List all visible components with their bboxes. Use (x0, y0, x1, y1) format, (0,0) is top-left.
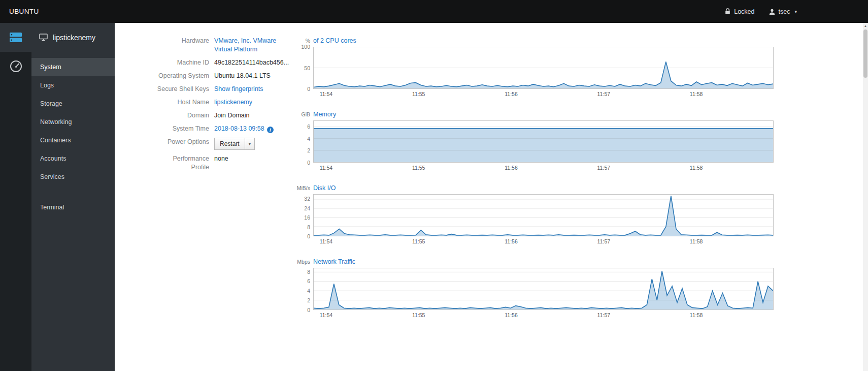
masthead-actions: Locked tsec ▾ (725, 8, 797, 15)
info-row-value-wrap: Show fingerprints (214, 85, 263, 94)
x-tick-label: 11:57 (597, 91, 611, 97)
info-row-label: Hardware (153, 37, 214, 54)
x-tick-label: 11:58 (690, 312, 703, 318)
time-info-icon[interactable]: i (267, 127, 274, 133)
chart-plot-svg (314, 47, 773, 88)
y-tick-label: 4 (307, 136, 310, 142)
sidebar-menu-spacer (31, 186, 115, 192)
power-options-button-group: Restart▾ (214, 138, 255, 150)
app-rail (0, 23, 31, 371)
chart-unit-label: GiB (296, 111, 313, 117)
sidebar-item-containers[interactable]: Containers (31, 131, 115, 149)
sidebar-item-terminal[interactable]: Terminal (31, 198, 115, 217)
x-tick-label: 11:54 (320, 312, 333, 318)
x-tick-label: 11:56 (505, 165, 518, 171)
chart-body-cpu: 050100 (296, 47, 774, 89)
x-tick-label: 11:55 (412, 238, 425, 244)
x-tick-label: 11:57 (597, 238, 611, 244)
lock-icon (725, 8, 730, 15)
server-icon (9, 32, 22, 43)
x-tick-label: 11:56 (505, 91, 518, 97)
chart-title-link-network[interactable]: Network Traffic (313, 258, 355, 266)
sidebar-item-networking[interactable]: Networking (31, 113, 115, 131)
scrollbar[interactable]: ▲ (863, 23, 868, 371)
x-tick-label: 11:54 (320, 165, 333, 171)
info-row-value-wrap: Ubuntu 18.04.1 LTS (214, 72, 271, 80)
chart-cpu: %of 2 CPU cores05010011:5411:5511:5611:5… (296, 37, 774, 98)
chart-plot-area (313, 47, 774, 89)
x-tick-label: 11:55 (412, 312, 425, 318)
info-row-label: Performance Profile (153, 154, 214, 172)
info-row-label: Secure Shell Keys (153, 85, 214, 94)
info-value-text: Join Domain (214, 112, 249, 119)
info-value-link[interactable]: VMware, Inc. VMware Virtual Platform (214, 37, 278, 54)
chart-title-link-cpu[interactable]: of 2 CPU cores (313, 37, 356, 45)
y-tick-label: 2 (307, 147, 310, 153)
chart-y-axis: 050100 (296, 47, 313, 89)
info-value-link[interactable]: Show fingerprints (214, 85, 263, 92)
sidebar-item-storage[interactable]: Storage (31, 95, 115, 113)
info-row-label: Domain (153, 111, 214, 120)
info-row-hardware: HardwareVMware, Inc. VMware Virtual Plat… (153, 37, 296, 54)
info-row-domain: DomainJoin Domain (153, 111, 296, 120)
x-tick-label: 11:58 (690, 238, 703, 244)
info-value-link[interactable]: lipstickenemy (214, 99, 252, 106)
x-tick-label: 11:58 (690, 165, 703, 171)
y-tick-label: 0 (307, 233, 310, 239)
y-tick-label: 100 (301, 44, 310, 50)
chart-head-cpu: %of 2 CPU cores (296, 37, 774, 44)
info-row-label: Power Options (153, 138, 214, 150)
chart-plot-area (313, 268, 774, 310)
chart-y-axis: 02468 (296, 268, 313, 310)
chart-unit-label: MiB/s (296, 185, 313, 191)
scroll-thumb[interactable] (863, 29, 867, 78)
info-value-text: Ubuntu 18.04.1 LTS (214, 72, 271, 79)
y-tick-label: 50 (304, 65, 310, 71)
chart-plot-area (313, 194, 774, 236)
power-options-caret-button[interactable]: ▾ (245, 138, 255, 150)
power-restart-button[interactable]: Restart (214, 138, 245, 150)
y-tick-label: 6 (307, 123, 310, 130)
y-tick-label: 0 (307, 160, 310, 166)
user-menu[interactable]: tsec ▾ (769, 8, 797, 15)
sidebar-item-services[interactable]: Services (31, 168, 115, 186)
chart-title-link-disk-io[interactable]: Disk I/O (313, 184, 336, 193)
info-row-secure-shell-keys: Secure Shell KeysShow fingerprints (153, 85, 296, 94)
chart-x-axis: 11:5411:5511:5611:5711:58 (313, 165, 774, 172)
app-layout: lipstickenemy SystemLogsStorageNetworkin… (0, 23, 868, 371)
sidebar-item-logs[interactable]: Logs (31, 76, 115, 95)
info-row-value-wrap: lipstickenemy (214, 98, 252, 107)
info-row-label: Host Name (153, 98, 214, 107)
scroll-up-arrow[interactable]: ▲ (863, 23, 868, 29)
x-tick-label: 11:54 (320, 91, 333, 97)
chart-plot-svg (314, 121, 773, 162)
chart-x-axis: 11:5411:5511:5611:5711:58 (313, 312, 774, 319)
chart-x-axis: 11:5411:5511:5611:5711:58 (313, 238, 774, 245)
chart-body-memory: 0246 (296, 120, 774, 163)
sidebar-menu: SystemLogsStorageNetworkingContainersAcc… (31, 58, 115, 186)
x-tick-label: 11:56 (505, 312, 518, 318)
info-value-link[interactable]: 2018-08-13 09:58 (214, 125, 264, 132)
charts-panel: %of 2 CPU cores05010011:5411:5511:5611:5… (296, 37, 774, 371)
rail-dashboard-button[interactable] (0, 52, 31, 81)
x-tick-label: 11:55 (412, 91, 425, 97)
rail-host-button[interactable] (0, 23, 31, 52)
sidebar-item-accounts[interactable]: Accounts (31, 149, 115, 168)
y-tick-label: 8 (307, 269, 310, 275)
chart-y-axis: 08162432 (296, 194, 313, 236)
chart-title-link-memory[interactable]: Memory (313, 110, 336, 119)
sidebar-item-system[interactable]: System (31, 58, 115, 76)
main-content: HardwareVMware, Inc. VMware Virtual Plat… (115, 23, 868, 371)
x-tick-label: 11:57 (597, 312, 611, 318)
chart-network: MbpsNetwork Traffic0246811:5411:5511:561… (296, 258, 774, 319)
info-row-machine-id: Machine ID49c1822514114bacb456... (153, 58, 296, 67)
y-tick-label: 8 (307, 224, 310, 230)
chart-head-memory: GiBMemory (296, 110, 774, 118)
info-row-value-wrap: VMware, Inc. VMware Virtual Platform (214, 37, 278, 54)
y-tick-label: 6 (307, 278, 310, 284)
y-tick-label: 0 (307, 86, 310, 92)
chart-plot-area (313, 120, 774, 163)
y-tick-label: 4 (307, 288, 310, 294)
host-header[interactable]: lipstickenemy (31, 23, 115, 52)
lock-status-button[interactable]: Locked (725, 8, 754, 15)
